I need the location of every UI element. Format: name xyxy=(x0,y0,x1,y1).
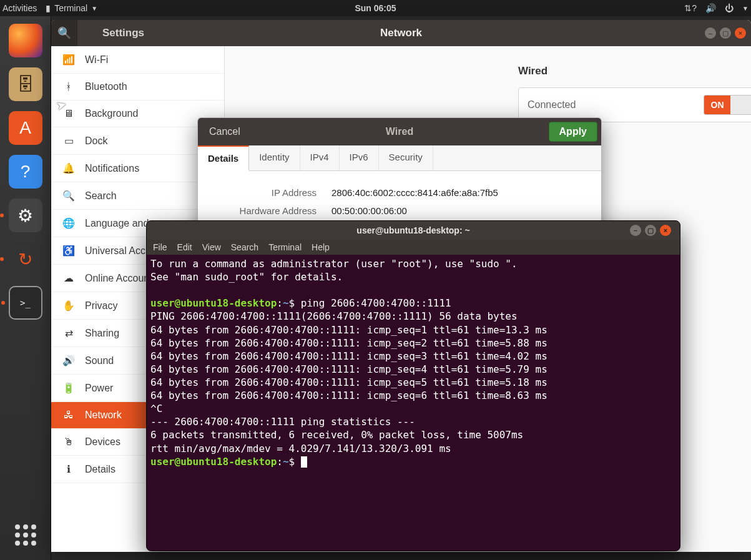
system-menu-chevron-icon[interactable]: ▼ xyxy=(742,5,749,12)
sidebar-item-wi-fi[interactable]: 📶Wi-Fi xyxy=(51,46,224,74)
search-icon: 🔍 xyxy=(57,26,71,40)
sidebar-item-label: Language and xyxy=(85,218,149,229)
terminal-menu-file[interactable]: File xyxy=(153,242,167,252)
universal-icon: ♿ xyxy=(62,245,75,257)
settings-titlebar: 🔍 Settings Network – ▢ × xyxy=(51,20,751,46)
network-status-icon[interactable]: ⇅? xyxy=(684,3,697,13)
wired-apply-button[interactable]: Apply xyxy=(549,122,597,142)
settings-panel-title: Network xyxy=(380,27,422,39)
wired-section-title: Wired xyxy=(518,65,751,77)
wired-dialog-title: Wired xyxy=(386,126,413,137)
power-icon[interactable]: ⏻ xyxy=(725,3,734,13)
sidebar-item-label: Power xyxy=(85,383,113,394)
terminal-menu-edit[interactable]: Edit xyxy=(177,242,192,252)
wired-tab-details[interactable]: Details xyxy=(198,145,249,171)
terminal-menu-view[interactable]: View xyxy=(202,242,221,252)
terminal-output[interactable]: To run a command as administrator (user … xyxy=(147,255,680,551)
bell-icon: 🔔 xyxy=(62,162,75,174)
settings-heading: Settings xyxy=(102,27,144,39)
sidebar-item-label: Privacy xyxy=(85,300,117,312)
sidebar-item-label: Wi-Fi xyxy=(85,54,108,66)
cloud-icon: ☁ xyxy=(62,272,75,284)
info-icon: ℹ xyxy=(62,463,75,475)
terminal-menu-terminal[interactable]: Terminal xyxy=(268,242,302,252)
sidebar-item-label: Bluetooth xyxy=(85,81,127,92)
show-applications-button[interactable] xyxy=(13,523,38,548)
app-menu-label: Terminal xyxy=(54,3,87,13)
wired-tab-security[interactable]: Security xyxy=(379,145,433,170)
software-updater-launcher[interactable]: ↻ xyxy=(9,242,42,276)
wired-toggle[interactable]: ON xyxy=(704,95,751,115)
firefox-launcher[interactable] xyxy=(9,24,42,57)
toggle-on-label: ON xyxy=(704,96,730,114)
software-center-launcher[interactable]: A xyxy=(9,111,42,145)
sidebar-item-label: Network xyxy=(85,410,122,421)
wired-field-label: Hardware Address xyxy=(217,205,317,216)
wired-tab-ipv6[interactable]: IPv6 xyxy=(340,145,379,170)
terminal-window: user@ubuntu18-desktop: ~ – ▢ × FileEditV… xyxy=(146,220,680,551)
wifi-icon: 📶 xyxy=(62,54,75,66)
wired-field-value: 2806:40c:6002:cccc:8414:a6fe:a8a:7fb5 xyxy=(331,187,498,198)
wired-field-row: Hardware Address00:50:00:00:06:00 xyxy=(217,202,582,220)
clock[interactable]: Sun 06:05 xyxy=(355,3,396,13)
settings-close-button[interactable]: × xyxy=(735,27,746,39)
terminal-indicator-icon: ▮ xyxy=(46,3,51,13)
sidebar-item-label: Universal Acc xyxy=(85,245,145,257)
share-icon: ⇄ xyxy=(62,327,75,339)
chevron-down-icon: ▼ xyxy=(91,5,97,12)
settings-minimize-button[interactable]: – xyxy=(705,27,716,39)
help-launcher[interactable]: ? xyxy=(9,155,42,189)
sidebar-item-label: Search xyxy=(85,190,117,202)
globe-icon: 🌐 xyxy=(62,217,75,229)
wired-status-label: Connected xyxy=(528,99,576,111)
terminal-maximize-button[interactable]: ▢ xyxy=(645,225,656,236)
privacy-icon: ✋ xyxy=(62,300,75,312)
terminal-menubar: FileEditViewSearchTerminalHelp xyxy=(147,240,680,255)
toggle-off-side xyxy=(730,96,751,114)
volume-icon[interactable]: 🔊 xyxy=(705,3,716,13)
gnome-top-bar: Activities ▮ Terminal ▼ Sun 06:05 ⇅? 🔊 ⏻… xyxy=(0,0,751,16)
sidebar-item-label: Sharing xyxy=(85,328,119,339)
terminal-titlebar[interactable]: user@ubuntu18-desktop: ~ – ▢ × xyxy=(147,221,680,240)
sidebar-item-label: Devices xyxy=(85,436,120,448)
wired-field-row: IP Address2806:40c:6002:cccc:8414:a6fe:a… xyxy=(217,184,582,202)
wired-tab-ipv4[interactable]: IPv4 xyxy=(300,145,340,170)
terminal-minimize-button[interactable]: – xyxy=(630,225,641,236)
ubuntu-dock: 🗄 A ? ⚙ ↻ >_ xyxy=(0,16,51,560)
sidebar-item-label: Notifications xyxy=(85,163,139,174)
power-icon: 🔋 xyxy=(62,382,75,394)
wired-field-value: 00:50:00:00:06:00 xyxy=(331,205,407,216)
settings-search-button[interactable]: 🔍 xyxy=(51,20,77,46)
settings-launcher[interactable]: ⚙ xyxy=(9,199,42,232)
devices-icon: 🖱 xyxy=(62,436,75,448)
files-launcher[interactable]: 🗄 xyxy=(9,67,42,101)
wired-field-label: IP Address xyxy=(217,187,317,198)
app-menu[interactable]: ▮ Terminal ▼ xyxy=(46,3,97,13)
activities-button[interactable]: Activities xyxy=(2,3,37,13)
terminal-menu-help[interactable]: Help xyxy=(312,242,330,252)
network-icon: 🖧 xyxy=(62,410,75,421)
sidebar-item-label: Sound xyxy=(85,355,114,366)
sidebar-item-label: Dock xyxy=(85,135,107,147)
sidebar-item-bluetooth[interactable]: ᚼBluetooth xyxy=(51,74,224,101)
wired-dialog-header: Cancel Wired Apply xyxy=(198,118,601,145)
terminal-close-button[interactable]: × xyxy=(660,225,671,236)
terminal-title-text: user@ubuntu18-desktop: ~ xyxy=(356,225,469,235)
search-icon: 🔍 xyxy=(62,190,75,202)
sound-icon: 🔊 xyxy=(62,355,75,366)
wired-cancel-button[interactable]: Cancel xyxy=(198,118,252,145)
wired-dialog-tabs: DetailsIdentityIPv4IPv6Security xyxy=(198,145,601,171)
terminal-menu-search[interactable]: Search xyxy=(231,242,258,252)
dock-icon: ▭ xyxy=(62,135,75,147)
sidebar-item-label: Background xyxy=(85,108,138,119)
terminal-launcher[interactable]: >_ xyxy=(9,286,42,320)
settings-maximize-button[interactable]: ▢ xyxy=(720,27,731,39)
wired-tab-identity[interactable]: Identity xyxy=(249,145,300,170)
desktop-icon: 🖥 xyxy=(62,108,75,119)
bluetooth-icon: ᚼ xyxy=(62,81,75,92)
sidebar-item-label: Details xyxy=(85,464,115,475)
sidebar-item-label: Online Accoun xyxy=(85,273,149,284)
